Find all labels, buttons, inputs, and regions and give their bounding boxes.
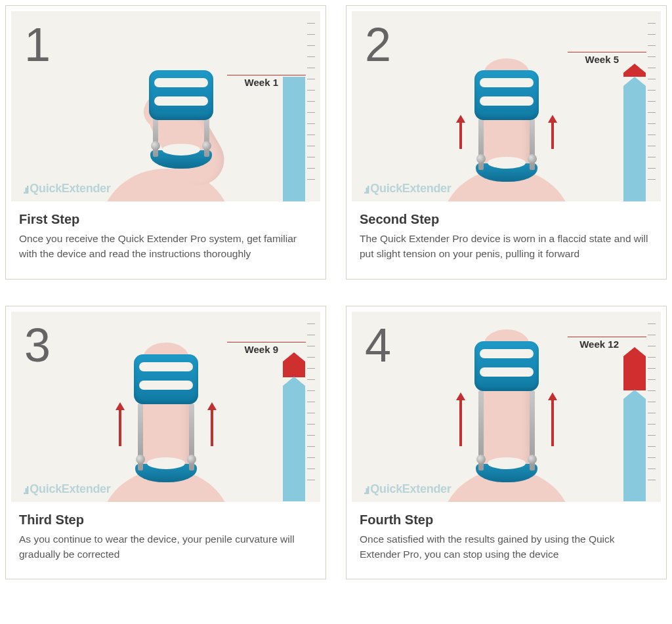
up-arrow-icon — [207, 402, 217, 446]
progress-scale: Week 12 — [610, 346, 656, 502]
step-illustration-1: 1 Week 1 .ılQui — [11, 11, 320, 201]
week-label: Week 5 — [585, 54, 619, 65]
step-illustration-2: 2 — [352, 11, 661, 201]
step-illustration-3: 3 — [11, 312, 320, 502]
up-arrow-icon — [116, 402, 125, 446]
step-caption: Third Step As you continue to wear the d… — [11, 502, 320, 574]
up-arrow-icon — [456, 392, 465, 446]
watermark: .ılQuickExtender — [23, 482, 111, 497]
step-body: As you continue to wear the device, your… — [19, 531, 312, 562]
extender-device — [476, 70, 537, 182]
watermark: .ılQuickExtender — [23, 182, 111, 196]
extender-device — [150, 70, 212, 169]
step-body: Once you receive the Quick Extender Pro … — [19, 231, 312, 262]
step-card-2: 2 — [346, 5, 667, 280]
watermark: .ılQuickExtender — [364, 482, 452, 497]
step-caption: Second Step The Quick Extender Pro devic… — [352, 201, 661, 274]
week-label: Week 9 — [245, 344, 278, 355]
extender-device — [135, 354, 197, 482]
step-number: 3 — [24, 318, 51, 372]
step-title: Fourth Step — [360, 512, 653, 528]
step-caption: First Step Once you receive the Quick Ex… — [11, 201, 320, 274]
step-caption: Fourth Step Once satisfied with the resu… — [352, 502, 661, 574]
step-card-4: 4 — [346, 306, 667, 580]
step-card-1: 1 Week 1 .ılQui — [5, 5, 326, 280]
progress-scale: Week 9 — [269, 346, 315, 502]
progress-scale: Week 1 — [269, 45, 315, 201]
step-number: 1 — [24, 18, 51, 72]
watermark: .ılQuickExtender — [364, 182, 452, 196]
step-number: 2 — [365, 18, 391, 72]
step-card-3: 3 — [5, 306, 326, 580]
step-body: Once satisfied with the results gained b… — [360, 531, 653, 562]
step-title: Third Step — [19, 512, 312, 528]
up-arrow-icon — [548, 392, 557, 446]
step-title: Second Step — [360, 212, 653, 227]
step-body: The Quick Extender Pro device is worn in… — [360, 231, 653, 262]
progress-scale: Week 5 — [610, 45, 656, 201]
up-arrow-icon — [456, 115, 465, 149]
step-illustration-4: 4 — [352, 312, 661, 502]
extender-device — [476, 341, 537, 482]
up-arrow-icon — [548, 115, 557, 149]
steps-grid: 1 Week 1 .ılQui — [5, 5, 667, 579]
week-label: Week 12 — [579, 339, 619, 350]
step-number: 4 — [365, 318, 391, 372]
step-title: First Step — [19, 212, 312, 227]
week-label: Week 1 — [245, 77, 278, 88]
